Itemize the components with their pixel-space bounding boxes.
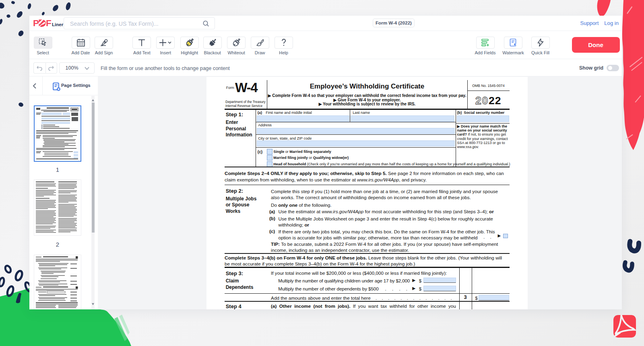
svg-text:Liner: Liner	[52, 22, 64, 27]
svg-text:P: P	[33, 19, 39, 28]
svg-text:F: F	[46, 19, 51, 28]
